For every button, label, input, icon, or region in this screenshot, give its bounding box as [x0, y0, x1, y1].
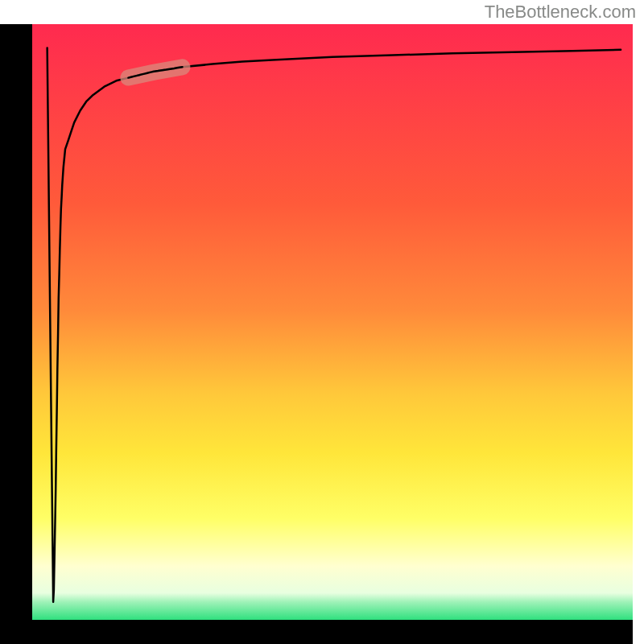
watermark-text: TheBottleneck.com — [485, 2, 636, 23]
chart-area: TheBottleneck.com — [0, 0, 644, 644]
chart-svg — [0, 0, 644, 644]
gradient-background — [32, 24, 633, 620]
right-margin — [633, 0, 644, 644]
